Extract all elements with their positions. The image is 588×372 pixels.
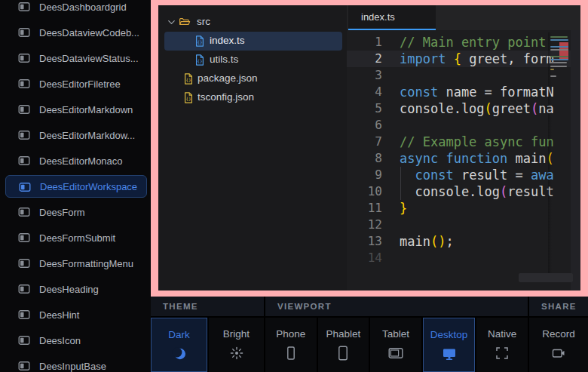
line-content: console.log(result (389, 183, 554, 200)
minimap-line (550, 49, 568, 51)
code-line-14: 14 (347, 250, 580, 266)
phone-portrait-icon (283, 346, 299, 361)
minimap[interactable] (548, 32, 571, 281)
sidebar-item-label: DeesFormattingMenu (39, 258, 133, 269)
code-line-10: 10 console.log(result (347, 183, 580, 200)
dark-button[interactable]: Dark (151, 318, 207, 372)
sidebar-item-label: DeesDataviewCodeb... (39, 27, 139, 38)
tree-item-label: src (197, 16, 210, 27)
sidebar-item-deeseditorfiletree[interactable]: DeesEditorFiletree (5, 72, 147, 95)
line-number: 4 (347, 84, 389, 100)
tree-item-src[interactable]: src (164, 13, 342, 32)
json-file-icon: {} (182, 72, 194, 85)
tab-index-ts[interactable]: index.ts (348, 5, 436, 30)
sidebar-item-label: DeesDashboardgrid (39, 2, 127, 13)
component-panel-icon (18, 103, 30, 115)
json-file-icon: {} (182, 91, 194, 104)
sidebar-item-deeseditorworkspace[interactable]: DeesEditorWorkspace (5, 175, 147, 198)
sidebar-item-deesheading[interactable]: DeesHeading (5, 278, 147, 300)
tree-item-label: utils.ts (210, 54, 238, 65)
sidebar-item-deeseditormonaco[interactable]: DeesEditorMonaco (5, 149, 147, 172)
fullscreen-icon (495, 346, 510, 361)
sidebar-item-deeshint[interactable]: DeesHint (5, 303, 147, 326)
toolbar-group-viewport: VIEWPORTPhonePhabletTabletDesktopNative (265, 297, 528, 372)
camcorder-icon (551, 346, 566, 361)
sun-icon (229, 346, 244, 361)
record-button[interactable]: Record (529, 318, 588, 372)
line-number: 13 (347, 233, 389, 250)
component-sidebar: DeesDashboardgridDeesDataviewCodeb...Dee… (0, 0, 151, 372)
line-number: 6 (347, 117, 389, 134)
group-buttons: PhonePhabletTabletDesktopNative (265, 318, 528, 372)
sidebar-item-deesdataviewcodeb[interactable]: DeesDataviewCodeb... (5, 21, 147, 44)
group-title: SHARE (541, 302, 577, 311)
sidebar-item-label: DeesForm (39, 207, 85, 218)
component-panel-icon (19, 181, 31, 193)
component-panel-icon (18, 26, 30, 38)
horizontal-scrollbar[interactable] (519, 273, 573, 282)
tree-item-tsconfig.json[interactable]: {}tsconfig.json (164, 88, 342, 107)
button-label: Record (542, 328, 575, 340)
component-panel-icon (18, 309, 30, 321)
tree-item-utils.ts[interactable]: {}utils.ts (164, 51, 342, 69)
chevron-down-icon[interactable] (166, 17, 177, 28)
code-line-2: 2import { greet, form (347, 51, 580, 67)
tree-item-index.ts[interactable]: {}index.ts (164, 32, 342, 51)
sidebar-item-deeseditormarkdow[interactable]: DeesEditorMarkdow... (5, 124, 147, 146)
code-line-7: 7// Example async fun (347, 134, 580, 150)
ts-file-icon: {} (194, 35, 206, 48)
line-number: 10 (347, 183, 389, 200)
folder-open-icon (179, 16, 191, 29)
line-number: 9 (347, 167, 389, 183)
line-content: main(); (389, 233, 454, 250)
sidebar-item-deesform[interactable]: DeesForm (5, 201, 147, 223)
bright-button[interactable]: Bright (209, 318, 264, 372)
code-line-5: 5console.log(greet(na (347, 100, 580, 117)
code-line-1: 1// Main entry point (347, 34, 580, 51)
tree-item-label: package.json (198, 72, 258, 84)
tablet-landscape-icon (388, 346, 403, 361)
sidebar-item-deesicon[interactable]: DeesIcon (5, 329, 147, 352)
component-panel-icon (18, 206, 30, 218)
tree-item-package.json[interactable]: {}package.json (164, 69, 342, 88)
sidebar-item-deeseditormarkdown[interactable]: DeesEditorMarkdown (5, 98, 147, 121)
code-area[interactable]: 1// Main entry point2import { greet, for… (347, 30, 580, 291)
sidebar-item-deesinputbase[interactable]: DeesInputBase (5, 355, 147, 372)
code-line-11: 11} (347, 200, 580, 217)
toolbar-group-theme: THEMEDarkBright (151, 297, 264, 372)
line-number: 11 (347, 200, 389, 217)
group-header: SHARE (529, 297, 588, 316)
sidebar-item-label: DeesEditorMonaco (39, 155, 123, 167)
button-label: Tablet (382, 328, 409, 340)
sidebar-item-label: DeesHeading (39, 284, 99, 295)
monitor-icon (442, 346, 457, 361)
tablet-button[interactable]: Tablet (370, 318, 421, 372)
minimap-line (550, 39, 568, 41)
desktop-button[interactable]: Desktop (423, 318, 476, 372)
button-label: Desktop (430, 329, 468, 340)
app-window: DeesDashboardgridDeesDataviewCodeb...Dee… (0, 0, 588, 372)
group-title: VIEWPORT (277, 302, 332, 311)
group-buttons: Record (529, 318, 588, 372)
sidebar-item-label: DeesEditorWorkspace (40, 181, 137, 192)
sidebar-item-deesformattingmenu[interactable]: DeesFormattingMenu (5, 252, 147, 275)
phone-button[interactable]: Phone (265, 318, 317, 372)
phablet-portrait-icon (335, 346, 351, 361)
vertical-scrollbar[interactable] (571, 30, 580, 291)
sidebar-item-deesdataviewstatus[interactable]: DeesDataviewStatus... (5, 47, 147, 69)
component-panel-icon (18, 129, 30, 141)
editor-workspace-demo: src{}index.ts{}utils.ts{}package.json{}t… (158, 5, 580, 291)
sidebar-item-deesdashboardgrid[interactable]: DeesDashboardgrid (5, 0, 147, 18)
component-panel-icon (18, 78, 30, 90)
line-content: async function main( (389, 150, 554, 167)
phablet-button[interactable]: Phablet (318, 318, 369, 372)
button-label: Bright (223, 328, 250, 340)
group-header: VIEWPORT (265, 297, 528, 316)
sidebar-item-deesformsubmit[interactable]: DeesFormSubmit (5, 226, 147, 249)
preview-frame-border: src{}index.ts{}utils.ts{}package.json{}t… (151, 0, 588, 297)
group-title: THEME (163, 302, 198, 311)
component-panel-icon (18, 283, 30, 295)
code-editor: index.ts 1// Main entry point2import { g… (347, 5, 580, 291)
native-button[interactable]: Native (476, 318, 528, 372)
tree-item-label: index.ts (210, 35, 245, 46)
